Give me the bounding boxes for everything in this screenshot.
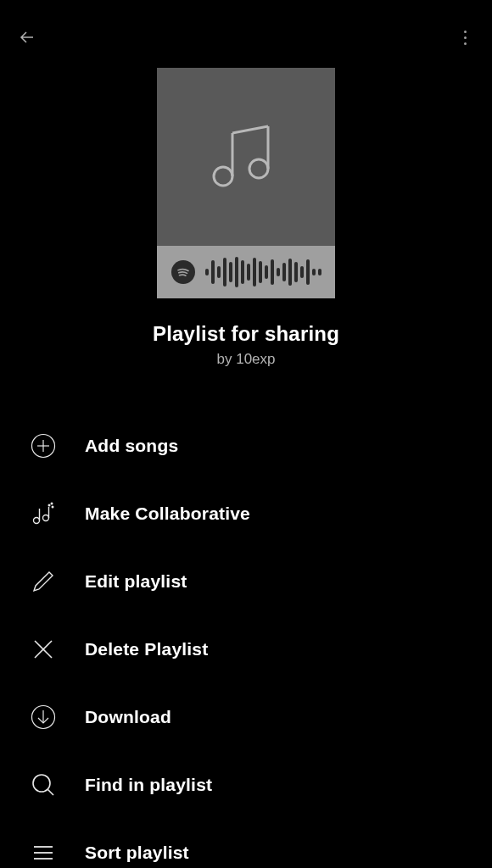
make-collaborative-item[interactable]: Make Collaborative	[31, 480, 492, 548]
download-circle-icon	[31, 704, 56, 730]
svg-point-14	[51, 503, 53, 504]
menu-list: Add songs Make Collaborative	[0, 368, 492, 868]
playlist-author: by 10exp	[216, 351, 275, 368]
add-songs-item[interactable]: Add songs	[31, 412, 492, 480]
header	[0, 0, 492, 51]
menu-item-label: Delete Playlist	[85, 639, 208, 659]
scan-barcode-icon	[205, 257, 321, 287]
svg-point-12	[48, 504, 50, 506]
back-button[interactable]	[17, 27, 37, 47]
lines-icon	[31, 840, 56, 865]
pencil-icon	[31, 569, 56, 594]
menu-item-label: Add songs	[85, 436, 178, 456]
edit-playlist-item[interactable]: Edit playlist	[31, 548, 492, 615]
download-item[interactable]: Download	[31, 683, 492, 751]
find-in-playlist-item[interactable]: Find in playlist	[31, 751, 492, 819]
sort-playlist-item[interactable]: Sort playlist	[31, 819, 492, 868]
menu-item-label: Download	[85, 707, 171, 727]
content-area: Playlist for sharing by 10exp Add songs	[0, 51, 492, 868]
svg-line-20	[48, 790, 54, 796]
more-options-button[interactable]	[455, 27, 475, 47]
menu-item-label: Make Collaborative	[85, 504, 250, 524]
svg-point-9	[43, 515, 49, 521]
menu-item-label: Find in playlist	[85, 775, 212, 795]
svg-point-13	[52, 506, 53, 508]
svg-point-1	[249, 159, 268, 178]
cover-art	[157, 68, 335, 246]
music-collab-icon	[31, 501, 56, 526]
playlist-title: Playlist for sharing	[153, 322, 339, 346]
svg-point-8	[34, 518, 40, 524]
music-note-icon	[204, 113, 288, 201]
spotify-scan-code[interactable]	[157, 246, 335, 298]
menu-item-label: Sort playlist	[85, 843, 189, 863]
spotify-logo-icon	[171, 260, 195, 284]
menu-item-label: Edit playlist	[85, 571, 187, 592]
search-icon	[31, 772, 56, 798]
svg-line-4	[232, 126, 268, 133]
svg-point-0	[214, 167, 232, 186]
playlist-cover	[157, 68, 335, 298]
svg-point-19	[33, 775, 50, 792]
delete-playlist-item[interactable]: Delete Playlist	[31, 615, 492, 683]
plus-circle-icon	[31, 433, 56, 459]
x-icon	[31, 637, 56, 662]
